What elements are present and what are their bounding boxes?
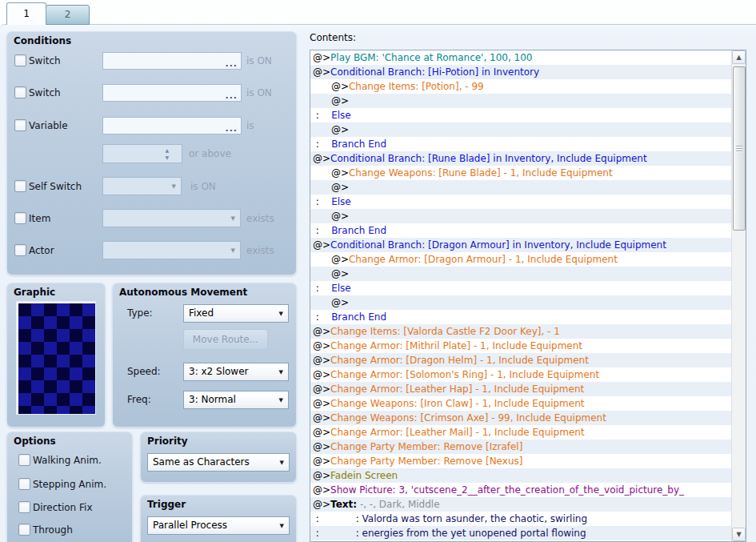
event-command-row[interactable]: : Branch End: [310, 223, 732, 238]
speed-label: Speed:: [127, 366, 161, 377]
event-command-row[interactable]: @>Change Weapons: [Crimson Axe] - 99, In…: [310, 411, 732, 425]
tab-bar: 1 2: [0, 0, 756, 24]
dropdown-arrow-icon: ▼: [279, 310, 283, 318]
spinner-up-icon[interactable]: ▲: [165, 147, 169, 153]
item-dropdown[interactable]: ▼: [102, 209, 241, 227]
event-editor-window: 1 2 Conditions Switch ... is ON Switch .…: [0, 0, 756, 542]
event-command-row[interactable]: : Else: [310, 281, 732, 295]
event-command-row[interactable]: @>Show Picture: 3, 'cutscene_2__after_th…: [310, 483, 732, 497]
event-command-row[interactable]: @>Change Armor: [Mithril Plate] - 1, Inc…: [310, 339, 732, 353]
dropdown-arrow-icon: ▼: [280, 522, 284, 530]
event-contents-list[interactable]: @>Play BGM: 'Chance at Romance', 100, 10…: [310, 50, 746, 542]
event-command-row[interactable]: @>Change Items: [Valorda Castle F2 Door …: [310, 324, 732, 339]
dropdown-arrow-icon: ▼: [231, 247, 235, 255]
item-label: Item: [29, 213, 50, 224]
contents-scrollbar[interactable]: ▲ ▼: [731, 50, 746, 541]
tab-1[interactable]: 1: [6, 2, 46, 25]
stepping-anim-checkbox[interactable]: [18, 478, 30, 490]
event-command-row[interactable]: @>Change Armor: [Dragon Helm] - 1, Inclu…: [310, 353, 732, 367]
event-command-row[interactable]: : Else: [310, 195, 732, 209]
movement-type-value: Fixed: [189, 307, 214, 319]
dropdown-arrow-icon: ▼: [172, 183, 176, 191]
item-checkbox[interactable]: [14, 212, 26, 224]
graphic-tile-selector[interactable]: [16, 301, 96, 415]
trigger-dropdown[interactable]: Parallel Process ▼: [147, 516, 290, 535]
event-command-row[interactable]: : : Valorda was torn asunder, the chaoti…: [310, 512, 732, 526]
conditions-title: Conditions: [14, 35, 71, 46]
switch2-field[interactable]: ...: [102, 84, 242, 102]
freq-dropdown[interactable]: 3: Normal ▼: [183, 391, 289, 409]
event-command-row[interactable]: @>Change Items: [Potion], - 99: [310, 79, 732, 94]
self-switch-suffix: is ON: [190, 181, 216, 192]
spinner-down-icon[interactable]: ▼: [165, 155, 169, 160]
event-command-row[interactable]: @>: [310, 122, 732, 137]
event-command-row[interactable]: @>Text: -, -, Dark, Middle: [310, 497, 732, 512]
event-command-row[interactable]: : Else: [310, 108, 732, 122]
event-command-row[interactable]: @>Conditional Branch: [Hi-Potion] in Inv…: [310, 65, 732, 79]
through-checkbox[interactable]: [18, 524, 30, 536]
switch2-checkbox[interactable]: [14, 86, 26, 98]
event-command-row[interactable]: @>Change Weapons: [Rune Blade] - 1, Incl…: [310, 166, 732, 180]
event-command-row[interactable]: @>Conditional Branch: [Dragon Armour] in…: [310, 238, 732, 252]
switch1-field[interactable]: ...: [102, 52, 242, 70]
dropdown-arrow-icon: ▼: [279, 368, 283, 376]
event-command-row[interactable]: @>: [310, 267, 732, 281]
scroll-down-icon: ▼: [736, 531, 741, 538]
event-command-row[interactable]: @>Change Armor: [Leather Mail] - 1, Incl…: [310, 425, 732, 440]
or-above-suffix: or above: [189, 148, 231, 159]
self-switch-dropdown[interactable]: ▼: [102, 177, 182, 195]
actor-checkbox[interactable]: [14, 244, 26, 256]
movement-type-dropdown[interactable]: Fixed ▼: [183, 304, 289, 323]
scrollbar-thumb[interactable]: [733, 66, 746, 231]
event-command-row[interactable]: @>Change Party Member: Remove [Nexus]: [310, 454, 732, 468]
conditions-panel: Conditions Switch ... is ON Switch ... i…: [6, 31, 297, 275]
browse-ellipsis-icon[interactable]: ...: [225, 91, 238, 100]
event-command-row[interactable]: @>Change Weapons: [Iron Claw] - 1, Inclu…: [310, 396, 732, 411]
variable-label: Variable: [29, 120, 68, 131]
walking-anim-label: Walking Anim.: [33, 455, 102, 466]
walking-anim-checkbox[interactable]: [18, 454, 30, 466]
dropdown-arrow-icon: ▼: [231, 215, 235, 223]
autonomous-movement-title: Autonomous Movement: [119, 287, 247, 298]
scroll-up-icon: ▲: [736, 54, 741, 61]
through-label: Through: [33, 524, 73, 536]
priority-value: Same as Characters: [153, 456, 250, 468]
stepping-anim-label: Stepping Anim.: [33, 479, 106, 490]
graphic-title: Graphic: [14, 287, 55, 298]
move-route-button[interactable]: Move Route...: [183, 329, 268, 350]
browse-ellipsis-icon[interactable]: ...: [225, 124, 238, 133]
switch1-checkbox[interactable]: [14, 54, 26, 66]
event-command-row[interactable]: @>: [310, 295, 732, 310]
event-command-row[interactable]: @>Change Armor: [Leather Hap] - 1, Inclu…: [310, 382, 732, 396]
browse-ellipsis-icon[interactable]: ...: [225, 59, 238, 68]
scroll-up-button[interactable]: ▲: [732, 50, 746, 64]
freq-label: Freq:: [127, 394, 151, 405]
dropdown-arrow-icon: ▼: [280, 459, 284, 467]
event-command-row[interactable]: @>Change Armor: [Solomon's Ring] - 1, In…: [310, 367, 732, 382]
event-command-row[interactable]: @>Change Party Member: Remove [Izrafel]: [310, 440, 732, 454]
self-switch-checkbox[interactable]: [14, 180, 26, 192]
event-command-row[interactable]: @>Play BGM: 'Chance at Romance', 100, 10…: [310, 50, 732, 65]
actor-label: Actor: [29, 245, 54, 256]
direction-fix-label: Direction Fix: [33, 502, 93, 513]
event-command-row[interactable]: : Branch End: [310, 310, 732, 324]
event-command-row[interactable]: @>: [310, 180, 732, 195]
priority-dropdown[interactable]: Same as Characters ▼: [147, 453, 290, 472]
direction-fix-checkbox[interactable]: [18, 501, 30, 513]
event-command-row[interactable]: : : energies from the yet unopened porta…: [310, 526, 732, 540]
contents-label: Contents:: [310, 32, 356, 43]
event-command-row[interactable]: @>: [310, 94, 732, 108]
event-command-row[interactable]: : Branch End: [310, 137, 732, 151]
variable-checkbox[interactable]: [14, 119, 26, 131]
scroll-down-button[interactable]: ▼: [732, 528, 746, 541]
variable-field[interactable]: ...: [102, 117, 242, 134]
dropdown-arrow-icon: ▼: [279, 396, 283, 404]
variable-value-spinner[interactable]: ▲ ▼: [102, 144, 182, 163]
event-command-row[interactable]: @>Change Armor: [Dragon Armour] - 1, Inc…: [310, 252, 732, 267]
event-command-row[interactable]: @>Fadein Screen: [310, 468, 732, 483]
event-command-row[interactable]: @>: [310, 209, 732, 223]
actor-dropdown[interactable]: ▼: [102, 241, 241, 259]
event-command-row[interactable]: @>Conditional Branch: [Rune Blade] in In…: [310, 151, 732, 166]
tab-2[interactable]: 2: [46, 5, 90, 25]
speed-dropdown[interactable]: 3: x2 Slower ▼: [183, 363, 289, 381]
